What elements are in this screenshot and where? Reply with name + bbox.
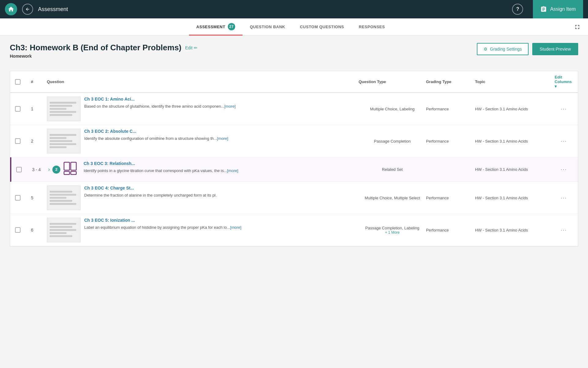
table-row-related: 3 - 4 › 2 Ch 3 EOC 3: Relati bbox=[10, 157, 578, 182]
more-link-5[interactable]: [more] bbox=[230, 225, 241, 230]
table-row: 5 Ch 3 EOC 4: Charge St... Determine the… bbox=[10, 182, 578, 214]
question-title-5[interactable]: Ch 3 EOC 5: Ionization ... bbox=[84, 218, 241, 223]
th-checkbox bbox=[15, 79, 31, 85]
th-topic: Topic bbox=[475, 79, 555, 84]
title-action-row: Ch3: Homework B (End of Chapter Problems… bbox=[10, 43, 578, 66]
question-info-1: Ch 3 EOC 1: Amino Aci... Based on the st… bbox=[84, 97, 236, 109]
related-set-icons: › 2 bbox=[48, 161, 77, 178]
svg-rect-2 bbox=[64, 171, 70, 174]
table-header: # Question Question Type Grading Type To… bbox=[10, 71, 578, 93]
question-title-4[interactable]: Ch 3 EOC 4: Charge St... bbox=[84, 186, 217, 190]
plus-more-5[interactable]: + 1 More bbox=[359, 230, 426, 235]
row-number-5: 6 bbox=[31, 228, 47, 232]
question-cell-2: Ch 3 EOC 2: Absolute C... Identify the a… bbox=[47, 129, 359, 153]
question-title-1[interactable]: Ch 3 EOC 1: Amino Aci... bbox=[84, 97, 236, 102]
svg-rect-3 bbox=[71, 171, 76, 174]
more-link-2[interactable]: [more] bbox=[217, 136, 228, 141]
row-number-4: 5 bbox=[31, 195, 47, 200]
tab-question-bank[interactable]: QUESTION BANK bbox=[243, 19, 293, 36]
grading-settings-button[interactable]: ⚙ Grading Settings bbox=[477, 43, 529, 55]
question-type-4: Multiple Choice, Multiple Select bbox=[359, 196, 426, 200]
fullscreen-button[interactable] bbox=[574, 24, 581, 30]
th-grading-type: Grading Type bbox=[426, 79, 475, 84]
row-checkbox-5[interactable] bbox=[15, 227, 31, 233]
row-checkbox-3[interactable] bbox=[16, 167, 32, 172]
question-desc-4: Determine the fraction of alanine in the… bbox=[84, 192, 217, 198]
grading-type-5: Performance bbox=[426, 228, 475, 232]
question-desc-2: Identify the absolute configuration of o… bbox=[84, 136, 228, 142]
tabs-bar: ASSESSMENT 27 QUESTION BANK CUSTOM QUEST… bbox=[0, 18, 588, 36]
topic-1: HW - Section 3.1 Amino Acids bbox=[475, 107, 555, 111]
app-header: Assessment ? Assign Item bbox=[0, 0, 588, 18]
row-actions-3[interactable]: ··· bbox=[555, 166, 573, 173]
back-button[interactable] bbox=[22, 4, 33, 15]
row-actions-4[interactable]: ··· bbox=[555, 195, 573, 201]
assign-item-label: Assign Item bbox=[550, 6, 576, 12]
assign-item-button[interactable]: Assign Item bbox=[533, 0, 583, 18]
row-actions-5[interactable]: ··· bbox=[555, 227, 573, 233]
student-preview-button[interactable]: Student Preview bbox=[532, 43, 578, 55]
question-cell-4: Ch 3 EOC 4: Charge St... Determine the f… bbox=[47, 186, 359, 210]
tab-custom-questions[interactable]: CUSTOM QUESTIONS bbox=[292, 19, 351, 36]
question-thumbnail-1 bbox=[47, 97, 81, 121]
topic-4: HW - Section 3.1 Amino Acids bbox=[475, 196, 555, 200]
page-title-row: Ch3: Homework B (End of Chapter Problems… bbox=[10, 43, 198, 52]
question-desc-1: Based on the structure of glutathione, i… bbox=[84, 103, 236, 109]
question-cell-1: Ch 3 EOC 1: Amino Aci... Based on the st… bbox=[47, 97, 359, 121]
question-thumbnail-5 bbox=[47, 218, 81, 242]
question-info-3: Ch 3 EOC 3: Relationsh... Identify point… bbox=[84, 161, 238, 174]
th-question-type: Question Type bbox=[359, 79, 426, 84]
row-actions-2[interactable]: ··· bbox=[555, 138, 573, 144]
more-link-3[interactable]: [more] bbox=[227, 168, 238, 173]
table-row: 1 Ch 3 EOC 1: Amino Aci... Based on the … bbox=[10, 93, 578, 125]
row-number-1: 1 bbox=[31, 106, 47, 111]
row-actions-1[interactable]: ··· bbox=[555, 106, 573, 112]
grading-type-4: Performance bbox=[426, 196, 475, 200]
grading-type-1: Performance bbox=[426, 107, 475, 111]
assessment-badge: 27 bbox=[228, 23, 235, 30]
table-row: 2 Ch 3 EOC 2: Absolute C... Identify the… bbox=[10, 125, 578, 157]
row-checkbox-2[interactable] bbox=[15, 138, 31, 144]
row-checkbox-4[interactable] bbox=[15, 195, 31, 201]
question-thumbnail-2 bbox=[47, 129, 81, 153]
question-type-1: Multiple Choice, Labeling bbox=[359, 107, 426, 111]
select-all-checkbox[interactable] bbox=[15, 79, 21, 85]
chevron-right-icon[interactable]: › bbox=[48, 166, 50, 173]
question-info-5: Ch 3 EOC 5: Ionization ... Label an equi… bbox=[84, 218, 241, 231]
tabs-list: ASSESSMENT 27 QUESTION BANK CUSTOM QUEST… bbox=[7, 18, 574, 35]
action-buttons: ⚙ Grading Settings Student Preview bbox=[477, 43, 578, 55]
question-cell-5: Ch 3 EOC 5: Ionization ... Label an equi… bbox=[47, 218, 359, 242]
question-desc-3: Identify points in a glycine titration c… bbox=[84, 168, 238, 174]
topic-2: HW - Section 3.1 Amino Acids bbox=[475, 139, 555, 144]
svg-rect-1 bbox=[71, 162, 76, 170]
page-content: Ch3: Homework B (End of Chapter Problems… bbox=[0, 36, 588, 254]
row-checkbox-1[interactable] bbox=[15, 106, 31, 112]
question-type-5: Passage Completion, Labeling + 1 More bbox=[359, 226, 426, 235]
home-button[interactable] bbox=[5, 3, 17, 15]
related-set-badge: 2 bbox=[52, 166, 60, 174]
tab-responses[interactable]: RESPONSES bbox=[352, 19, 392, 36]
th-number: # bbox=[31, 79, 47, 84]
page-title: Ch3: Homework B (End of Chapter Problems… bbox=[10, 43, 182, 52]
question-title-2[interactable]: Ch 3 EOC 2: Absolute C... bbox=[84, 129, 228, 134]
question-type-3: Related Set bbox=[359, 167, 426, 172]
table-row: 6 Ch 3 EOC 5: Ionization ... Label an eq… bbox=[10, 214, 578, 246]
topic-5: HW - Section 3.1 Amino Acids bbox=[475, 228, 555, 232]
more-link-1[interactable]: [more] bbox=[224, 104, 236, 109]
help-button[interactable]: ? bbox=[512, 4, 523, 15]
edit-columns-button[interactable]: Edit Columns ▾ bbox=[555, 75, 573, 89]
question-type-2: Passage Completion bbox=[359, 139, 426, 144]
edit-link[interactable]: Edit ✏ bbox=[185, 45, 198, 50]
question-title-3[interactable]: Ch 3 EOC 3: Relationsh... bbox=[84, 161, 238, 166]
page-subtitle: Homework bbox=[10, 54, 198, 59]
svg-rect-0 bbox=[64, 162, 70, 170]
questions-table: # Question Question Type Grading Type To… bbox=[10, 71, 578, 247]
topic-3: HW - Section 3.1 Amino Acids bbox=[475, 167, 555, 172]
tab-assessment[interactable]: ASSESSMENT 27 bbox=[189, 19, 243, 36]
question-info-2: Ch 3 EOC 2: Absolute C... Identify the a… bbox=[84, 129, 228, 142]
question-desc-5: Label an equilibrium equation of histidi… bbox=[84, 224, 241, 231]
question-cell-3: › 2 Ch 3 EOC 3: Relationsh... I bbox=[48, 161, 359, 178]
th-question: Question bbox=[47, 79, 359, 84]
related-set-icon bbox=[63, 161, 77, 178]
row-number-3: 3 - 4 bbox=[32, 167, 48, 172]
